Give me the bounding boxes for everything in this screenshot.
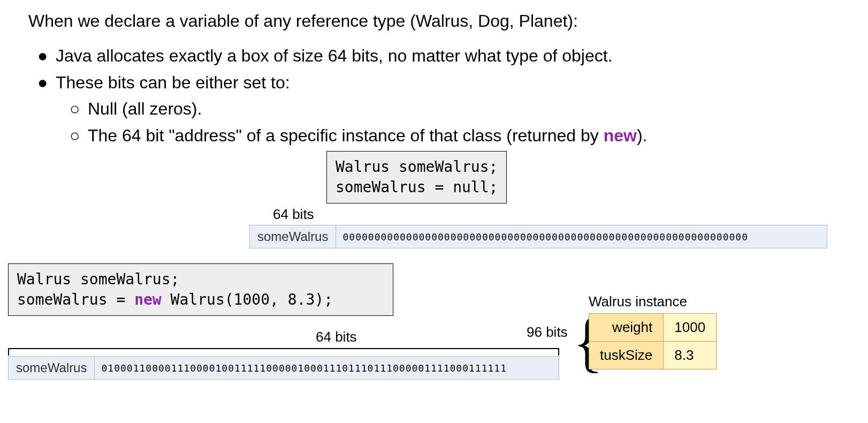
code2-post: Walrus(1000, 8.3); (162, 291, 333, 308)
code2-pre: someWalrus = (17, 291, 134, 308)
intro-text: When we declare a variable of any refere… (28, 11, 578, 31)
code1-line1: Walrus someWalrus; (336, 158, 498, 176)
code-new: Walrus someWalrus; someWalrus = new Walr… (8, 263, 393, 316)
code-null: Walrus someWalrus; someWalrus = null; (326, 151, 507, 203)
bits-row-zeros: someWalrus 00000000000000000000000000000… (249, 225, 827, 248)
code2-line1: Walrus someWalrus; (17, 270, 179, 288)
var-name-1: someWalrus (249, 225, 336, 248)
subbullet-2: The 64 bit "address" of a specific insta… (70, 123, 647, 149)
bracket-top (8, 348, 559, 356)
bits-label-64-bottom: 64 bits (316, 329, 357, 345)
bullet-2: These bits can be either set to: (37, 70, 647, 96)
table-row: tuskSize 8.3 (589, 342, 717, 369)
bits-label-96: 96 bits (527, 324, 568, 341)
subbullet-1: Null (all zeros). (70, 96, 647, 123)
bits-zeros: 0000000000000000000000000000000000000000… (336, 225, 827, 248)
code1-line2: someWalrus = null; (336, 178, 498, 196)
field-weight: weight (589, 314, 664, 342)
keyword-new-2: new (134, 291, 162, 308)
sub2-pre: The 64 bit "address" of a specific insta… (88, 126, 604, 145)
var-name-2: someWalrus (8, 356, 95, 380)
bits-label-64-top: 64 bits (273, 206, 314, 223)
sub2-post: ). (637, 126, 648, 145)
keyword-new-1: new (604, 126, 637, 145)
value-tusksize: 8.3 (664, 342, 717, 369)
bits-addr: 0100011000011100001001111100000100011101… (95, 356, 559, 380)
value-weight: 1000 (664, 314, 717, 342)
field-tusksize: tuskSize (589, 342, 664, 369)
table-row: weight 1000 (589, 314, 717, 342)
bullet-1: Java allocates exactly a box of size 64 … (37, 43, 647, 70)
instance-table: weight 1000 tuskSize 8.3 (589, 313, 717, 369)
bullet-list: Java allocates exactly a box of size 64 … (37, 43, 647, 149)
bits-row-addr: someWalrus 01000110000111000010011111000… (8, 356, 559, 380)
